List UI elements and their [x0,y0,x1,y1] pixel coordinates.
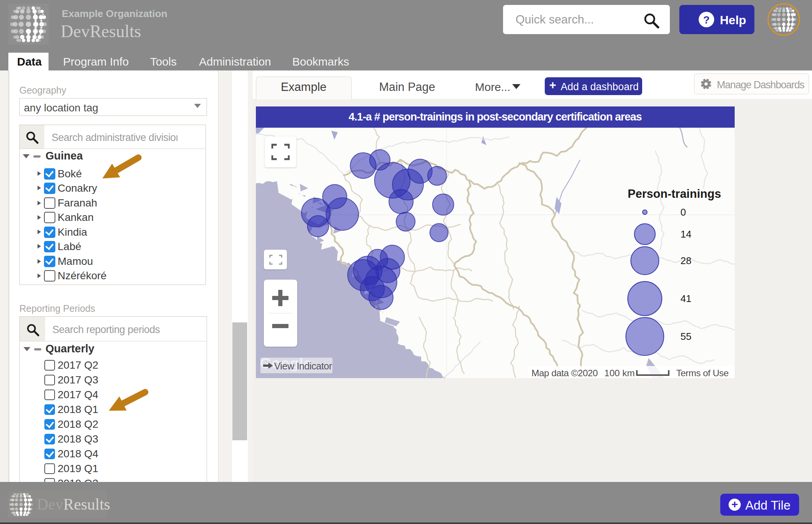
svg-text:41: 41 [680,293,691,304]
svg-text:0: 0 [680,206,686,218]
svg-text:14: 14 [680,228,691,240]
svg-text:Person-trainings: Person-trainings [628,187,721,200]
svg-text:28: 28 [680,255,691,266]
svg-text:55: 55 [680,331,691,342]
